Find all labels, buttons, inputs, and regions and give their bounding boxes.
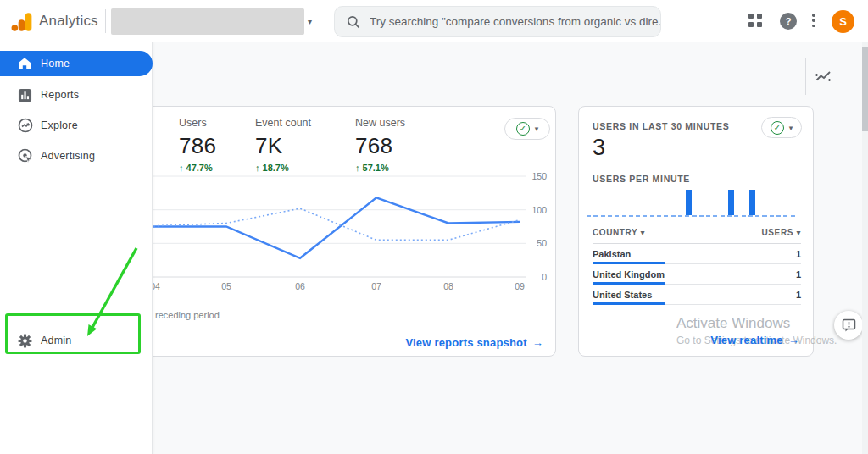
kebab-dot: [812, 14, 815, 17]
app-title: Analytics: [39, 0, 98, 42]
kebab-menu-icon[interactable]: [812, 14, 815, 30]
check-circle-icon: ✓: [771, 121, 784, 135]
overview-line-chart: 050100150040506070809: [86, 166, 556, 293]
svg-text:150: 150: [531, 171, 547, 181]
kebab-dot: [812, 19, 815, 22]
users-per-minute-bar: [728, 190, 734, 215]
svg-text:0: 0: [542, 272, 547, 282]
sidebar-item-explore[interactable]: Explore: [0, 112, 153, 139]
data-quality-dropdown[interactable]: ✓ ▾: [761, 117, 802, 138]
avatar[interactable]: S: [832, 10, 854, 33]
feedback-button[interactable]: [834, 311, 863, 340]
apps-grid-icon[interactable]: [748, 14, 763, 28]
analytics-logo-icon[interactable]: [11, 11, 33, 33]
grid-square: [757, 14, 762, 19]
sidebar-item-admin[interactable]: Admin: [0, 327, 153, 354]
table-row[interactable]: Pakistan 1: [593, 244, 801, 264]
search-bar[interactable]: [334, 6, 661, 37]
metric-label: New users: [355, 117, 405, 129]
metric-value: 786: [179, 133, 216, 159]
svg-text:07: 07: [371, 281, 381, 291]
country-name: Pakistan: [593, 249, 631, 259]
svg-text:09: 09: [515, 281, 525, 291]
chevron-down-icon: ▾: [789, 124, 793, 132]
metric-label: Event count: [255, 117, 311, 129]
realtime-title: USERS IN LAST 30 MINUTES: [593, 121, 730, 131]
users-per-minute-bar: [749, 190, 755, 215]
metric-users: Users 786 ↑ 47.7%: [179, 117, 216, 173]
topbar-divider: [105, 9, 106, 33]
nav-drawer: Home Reports Explore Advertising: [0, 42, 153, 454]
feedback-bubble-icon: [842, 318, 856, 333]
svg-text:05: 05: [221, 281, 231, 291]
header-divider: [805, 58, 806, 95]
metric-value: 7K: [255, 133, 311, 159]
right-arrow-icon: →: [788, 334, 799, 346]
search-input[interactable]: [370, 15, 660, 28]
comparison-footnote: receding period: [155, 310, 220, 320]
country-users: 1: [796, 269, 801, 280]
users-per-minute-bar: [686, 190, 692, 215]
insights-icon[interactable]: [813, 66, 833, 86]
country-users: 1: [796, 290, 801, 300]
data-quality-dropdown[interactable]: ✓ ▾: [504, 118, 550, 140]
chevron-down-icon: ▾: [535, 125, 539, 133]
users-per-minute-chart: [587, 188, 798, 217]
sidebar-item-advertising[interactable]: Advertising: [0, 142, 153, 169]
home-icon: [18, 56, 33, 71]
country-name: United Kingdom: [593, 269, 665, 280]
explore-icon: [18, 118, 33, 133]
overview-card: Users 786 ↑ 47.7% Event count 7K ↑ 18.7%…: [85, 106, 556, 357]
view-reports-snapshot-link[interactable]: View reports snapshot→: [405, 336, 543, 349]
realtime-card: USERS IN LAST 30 MINUTES ✓ ▾ 3 USERS PER…: [578, 106, 814, 357]
realtime-country-table: COUNTRY ▾ USERS ▾ Pakistan 1 United King…: [593, 228, 801, 305]
sort-caret-icon: ▾: [640, 228, 645, 237]
gear-icon: [18, 333, 33, 348]
table-row[interactable]: United Kingdom 1: [593, 264, 801, 285]
svg-text:100: 100: [531, 205, 547, 215]
advertising-icon: [18, 148, 33, 163]
grid-square: [748, 14, 754, 19]
table-header: COUNTRY ▾ USERS ▾: [593, 228, 801, 244]
table-row[interactable]: United States 1: [593, 285, 801, 305]
minute-baseline: [587, 215, 798, 217]
realtime-users-value: 3: [593, 135, 605, 161]
check-circle-icon: ✓: [516, 122, 530, 136]
country-name: United States: [593, 290, 652, 300]
property-selector-redacted[interactable]: [111, 8, 304, 35]
top-bar: Analytics ▾ ? S: [0, 0, 868, 42]
search-icon: [347, 15, 360, 29]
users-column-header[interactable]: USERS ▾: [762, 228, 801, 237]
country-column-header[interactable]: COUNTRY ▾: [593, 228, 645, 237]
scrollbar-track[interactable]: [862, 42, 868, 454]
metric-event-count: Event count 7K ↑ 18.7%: [255, 117, 311, 173]
scrollbar-thumb[interactable]: [862, 47, 868, 131]
grid-square: [748, 22, 754, 27]
country-bar: [593, 262, 801, 264]
country-bar: [593, 302, 801, 305]
sidebar-item-home[interactable]: Home: [0, 51, 153, 76]
users-per-minute-label: USERS PER MINUTE: [593, 174, 690, 184]
country-users: 1: [796, 249, 801, 259]
view-realtime-link[interactable]: View realtime→: [710, 334, 799, 346]
help-icon[interactable]: ?: [780, 13, 797, 30]
right-arrow-icon: →: [532, 336, 543, 349]
metric-label: Users: [179, 117, 216, 129]
sort-caret-icon: ▾: [796, 228, 801, 237]
kebab-dot: [812, 25, 815, 28]
sidebar-item-reports[interactable]: Reports: [0, 81, 153, 108]
country-bar: [593, 282, 801, 285]
metric-new-users: New users 768 ↑ 57.1%: [355, 117, 405, 173]
svg-text:50: 50: [537, 238, 547, 248]
svg-text:06: 06: [295, 281, 305, 291]
svg-text:08: 08: [443, 281, 453, 291]
metric-value: 768: [355, 133, 405, 159]
reports-icon: [18, 87, 33, 102]
grid-square: [757, 22, 762, 27]
property-caret-icon[interactable]: ▾: [308, 17, 312, 26]
